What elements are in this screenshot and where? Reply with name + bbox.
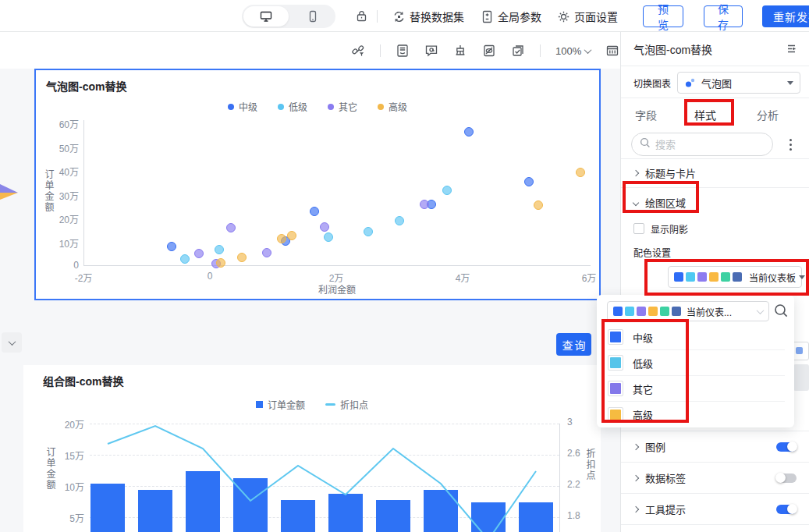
link-filter-icon[interactable] bbox=[351, 44, 365, 58]
popup-color-label: 中级 bbox=[633, 330, 653, 345]
x-axis-title: 利润金额 bbox=[83, 282, 591, 296]
dataset-swap-icon bbox=[392, 10, 406, 23]
shadow-checkbox-row[interactable]: 显示阴影 bbox=[621, 222, 809, 235]
comment-icon[interactable] bbox=[424, 44, 438, 58]
panel-section-on[interactable]: 工具提示 bbox=[621, 493, 809, 524]
chevron-right-icon bbox=[633, 169, 639, 176]
panel-bottom-divider bbox=[621, 524, 809, 525]
chevron-down-icon bbox=[584, 46, 592, 54]
tab-fields[interactable]: 字段 bbox=[635, 107, 657, 122]
scatter-point bbox=[277, 234, 286, 243]
palette-dropdown-popup: 当前仪表... 中级低级其它高级 bbox=[597, 295, 794, 427]
color-chip-fill bbox=[610, 332, 621, 342]
combo-gridline bbox=[90, 455, 559, 456]
y-axis-line bbox=[83, 120, 84, 265]
filter-collapse-button[interactable] bbox=[2, 332, 22, 353]
page-settings-button[interactable]: 页面设置 bbox=[557, 8, 618, 25]
color-chip bbox=[608, 407, 623, 423]
panel-section-on[interactable]: 图例 bbox=[621, 431, 809, 462]
collapse-panel-icon[interactable] bbox=[785, 42, 798, 55]
combo-plot: 5万10万15万20万1.82.22.63订单金额折扣点 bbox=[23, 365, 601, 532]
combo-bar bbox=[233, 478, 268, 532]
grid-toolbar-icon[interactable] bbox=[605, 44, 619, 58]
combo-right-tick-label: 3 bbox=[567, 417, 598, 427]
mobile-view-button[interactable] bbox=[290, 5, 335, 28]
popup-color-list: 中级低级其它高级 bbox=[597, 325, 794, 427]
combo-bar bbox=[90, 484, 125, 532]
page-settings-label: 页面设置 bbox=[574, 9, 618, 24]
toggle-on[interactable] bbox=[776, 442, 797, 452]
palette-select[interactable]: 当前仪表板 bbox=[668, 266, 802, 288]
toggle-on[interactable] bbox=[776, 505, 797, 514]
chart-type-select[interactable]: 气泡图 bbox=[677, 72, 800, 94]
query-button[interactable]: 查询 bbox=[556, 333, 591, 356]
search-input[interactable] bbox=[655, 139, 749, 151]
scatter-point bbox=[395, 216, 404, 225]
republish-button[interactable]: 重新发布 bbox=[762, 5, 809, 27]
section-title-card[interactable]: 标题与卡片 bbox=[621, 158, 809, 187]
switch-chart-row: 切换图表 气泡图 bbox=[621, 66, 809, 98]
panel-section-off[interactable]: 数据标签 bbox=[621, 462, 809, 493]
palette-swatch bbox=[625, 307, 634, 316]
scatter-point bbox=[215, 245, 224, 254]
save-button[interactable]: 保存 bbox=[704, 5, 743, 27]
y-tick-label: 20万 bbox=[40, 212, 79, 225]
right-axis-line bbox=[559, 424, 560, 532]
y-tick-label: 10万 bbox=[40, 236, 79, 250]
toggle-knob bbox=[787, 504, 797, 514]
combo-chart-card[interactable]: 组合图-com替换 订单金额折扣点 5万10万15万20万1.82.22.63订… bbox=[23, 365, 601, 532]
palette-swatch bbox=[660, 307, 669, 316]
popup-color-row[interactable]: 中级 bbox=[608, 325, 785, 350]
toggle-off[interactable] bbox=[776, 473, 797, 483]
popup-color-row[interactable]: 其它 bbox=[608, 376, 785, 402]
tab-analysis[interactable]: 分析 bbox=[757, 107, 779, 122]
search-icon bbox=[640, 137, 651, 151]
style-settings-panel: 气泡图-com替换 切换图表 气泡图 字段 样式 分析 bbox=[620, 32, 809, 532]
palette-swatch bbox=[637, 307, 646, 316]
combo-left-axis-title: 订单金额 bbox=[44, 447, 57, 491]
batch-select-icon[interactable] bbox=[511, 44, 525, 58]
scatter-point bbox=[287, 231, 296, 240]
panel-search[interactable] bbox=[631, 133, 773, 156]
caret-down-icon bbox=[799, 275, 805, 279]
lock-icon[interactable] bbox=[355, 9, 368, 23]
global-params-button[interactable]: 全局参数 bbox=[481, 8, 541, 25]
card-style-icon[interactable] bbox=[396, 44, 410, 58]
preview-button[interactable]: 预览 bbox=[643, 5, 683, 27]
scatter-point bbox=[226, 223, 236, 232]
tab-style[interactable]: 样式 bbox=[694, 107, 716, 122]
clipped-chart-fragment bbox=[0, 183, 18, 206]
scatter-point bbox=[534, 200, 543, 210]
popup-palette-swatches bbox=[613, 307, 681, 316]
global-params-icon bbox=[481, 10, 494, 23]
panel-section-label: 数据标签 bbox=[645, 470, 686, 485]
popup-color-label: 低级 bbox=[633, 356, 653, 371]
canvas-toolbar: 100% bbox=[0, 32, 620, 69]
scatter-point bbox=[576, 168, 585, 177]
palette-swatches bbox=[674, 272, 742, 282]
panel-bottom-sections: 图例数据标签工具提示 bbox=[621, 431, 809, 525]
toggle-knob bbox=[775, 473, 786, 483]
hidden-components-icon[interactable] bbox=[482, 44, 496, 58]
chevron-down-icon bbox=[8, 338, 16, 346]
popup-color-row[interactable]: 高级 bbox=[608, 402, 785, 427]
palette-swatch bbox=[733, 272, 742, 282]
replace-dataset-button[interactable]: 替换数据集 bbox=[392, 8, 464, 25]
partially-hidden-element bbox=[793, 364, 809, 391]
more-options-icon[interactable] bbox=[784, 134, 797, 154]
bubble-chart-card[interactable]: 气泡图-com替换 中级低级其它高级 010万20万30万40万50万60万-2… bbox=[34, 69, 601, 300]
desktop-view-button[interactable] bbox=[243, 6, 289, 27]
device-toggle[interactable] bbox=[242, 5, 335, 28]
chevron-right-icon bbox=[633, 505, 639, 512]
popup-search-icon[interactable] bbox=[773, 303, 789, 322]
palette-swatch bbox=[709, 272, 719, 282]
dashboard-canvas: 气泡图-com替换 中级低级其它高级 010万20万30万40万50万60万-2… bbox=[0, 69, 620, 532]
shadow-checkbox[interactable] bbox=[633, 223, 644, 234]
clean-canvas-icon[interactable] bbox=[453, 44, 467, 58]
color-chip bbox=[608, 381, 623, 396]
zoom-select[interactable]: 100% bbox=[555, 45, 591, 57]
combo-right-axis-title: 折扣点 bbox=[584, 449, 597, 481]
popup-color-row[interactable]: 低级 bbox=[608, 350, 785, 376]
section-draw-area[interactable]: 绘图区域 bbox=[621, 187, 809, 218]
popup-palette-select[interactable]: 当前仪表... bbox=[607, 301, 769, 321]
